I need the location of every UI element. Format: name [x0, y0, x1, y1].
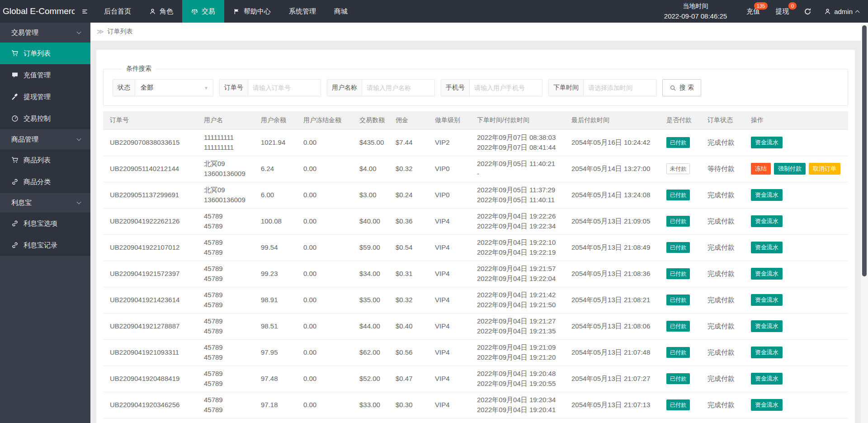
line-2: 45789 [204, 352, 254, 362]
order-time-input[interactable] [584, 80, 656, 96]
action-button-资金流水[interactable]: 资金流水 [751, 320, 783, 332]
line-1: 45789 [204, 290, 254, 300]
scrollbar-thumb[interactable] [862, 25, 867, 276]
sidebar-item-商品列表[interactable]: 商品列表 [0, 149, 90, 171]
action-button-资金流水[interactable]: 资金流水 [751, 373, 783, 385]
notification-badge: 0 [788, 2, 797, 10]
order-no-cell: UB2209041922262126 [103, 208, 200, 234]
line-1: 2022年09月04日 19:22:26 [477, 211, 564, 221]
order-pay-time-cell: 2022年09月04日 19:21:092022年09月04日 19:21:20 [473, 339, 568, 366]
user-cell: 北冥0913600136009 [200, 182, 257, 208]
sidebar-section-商品管理[interactable]: 商品管理 [0, 129, 90, 149]
column-header: 订单状态 [704, 111, 747, 129]
nav-item-帮助中心[interactable]: 帮助中心 [224, 0, 280, 23]
sidebar-item-订单列表[interactable]: 订单列表 [0, 43, 90, 64]
action-button-资金流水[interactable]: 资金流水 [751, 189, 783, 201]
flag-icon [233, 8, 240, 15]
search-button[interactable]: 搜 索 [662, 79, 701, 96]
action-button-资金流水[interactable]: 资金流水 [751, 294, 783, 306]
balance-cell: 98.51 [257, 313, 300, 339]
line-1: 2022年09月04日 19:20:48 [477, 369, 564, 379]
nav-item-后台首页[interactable]: 后台首页 [95, 0, 140, 23]
action-button-强制付款[interactable]: 强制付款 [774, 163, 806, 175]
sidebar-item-利息宝记录[interactable]: 利息宝记录 [0, 234, 90, 256]
column-header: 用户名 [200, 111, 257, 129]
sidebar-item-label: 订单列表 [24, 49, 51, 58]
line-1: 北冥09 [204, 185, 254, 195]
order-no-cell: UB2209041920488419 [103, 366, 200, 392]
vertical-scrollbar[interactable] [861, 23, 868, 423]
admin-menu[interactable]: admin [819, 0, 868, 23]
line-1: 45789 [204, 238, 254, 247]
line-1: 2022年09月04日 19:21:42 [477, 290, 564, 300]
sidebar-menu: 交易管理订单列表充值管理提现管理交易控制商品管理商品列表商品分类利息宝利息宝选项… [0, 23, 90, 256]
action-button-资金流水[interactable]: 资金流水 [751, 399, 783, 411]
nav-item-商城[interactable]: 商城 [325, 0, 357, 23]
action-button-资金流水[interactable]: 资金流水 [751, 215, 783, 227]
quick-link-recharge[interactable]: 充值135 [739, 0, 768, 23]
amount-cell: $44.00 [356, 313, 392, 339]
nav-item-label: 后台首页 [104, 7, 131, 16]
actions-cell: 资金流水 [747, 234, 848, 261]
commission-cell: $0.56 [392, 339, 431, 366]
sidebar-item-提现管理[interactable]: 提现管理 [0, 86, 90, 108]
quick-link-withdraw[interactable]: 提现0 [768, 0, 797, 23]
line-2: 45789 [204, 274, 254, 284]
last-pay-time-cell: 2054年05月13日 21:08:21 [568, 287, 663, 313]
sidebar-item-充值管理[interactable]: 充值管理 [0, 64, 90, 86]
action-button-资金流水[interactable]: 资金流水 [751, 347, 783, 358]
sidebar-toggle-button[interactable] [75, 0, 95, 23]
navbar-right: 当地时间 2022-09-07 08:46:25 充值135提现0 admin [664, 0, 868, 23]
sidebar-item-商品分类[interactable]: 商品分类 [0, 171, 90, 193]
actions-cell: 资金流水 [747, 392, 848, 418]
line-1: 111111111 [204, 133, 254, 143]
line-1: 北冥09 [204, 159, 254, 169]
balance-cell: 6.24 [257, 156, 300, 182]
line-1: 45789 [204, 211, 254, 221]
last-pay-time-cell: 2054年05月13日 21:07:27 [568, 366, 663, 392]
column-header: 订单号 [103, 111, 200, 129]
action-button-资金流水[interactable]: 资金流水 [751, 242, 783, 253]
line-2: 13600136009 [204, 169, 254, 179]
pay-status-badge: 已付款 [666, 347, 690, 358]
status-select[interactable]: 全部 ▼ [135, 80, 213, 96]
sidebar-item-交易控制[interactable]: 交易控制 [0, 108, 90, 129]
action-button-资金流水[interactable]: 资金流水 [751, 268, 783, 280]
column-header: 操作 [747, 111, 848, 129]
sidebar-item-利息宝选项[interactable]: 利息宝选项 [0, 213, 90, 234]
sidebar-section-交易管理[interactable]: 交易管理 [0, 23, 90, 43]
cart-icon [11, 50, 19, 57]
phone-input[interactable] [470, 80, 542, 96]
line-2: 2022年09月07日 08:41:44 [477, 143, 564, 152]
user-cell: 4578945789 [200, 287, 257, 313]
commission-cell: $0.40 [392, 313, 431, 339]
top-navbar: Global E-Commerce... 后台首页角色交易帮助中心系统管理商城 … [0, 0, 868, 23]
action-button-取消订单[interactable]: 取消订单 [809, 163, 840, 175]
search-row: 状态 全部 ▼ 订单号 用户名称 手机号 [113, 79, 839, 96]
user-cell: 4578945789 [200, 234, 257, 261]
column-header: 用户冻结金额 [300, 111, 356, 129]
vip-level-cell: VIP2 [431, 129, 473, 156]
sidebar-section-利息宝[interactable]: 利息宝 [0, 193, 90, 213]
order-no-input[interactable] [248, 80, 321, 96]
balance-cell: 1021.94 [257, 129, 300, 156]
actions-cell: 资金流水 [747, 366, 848, 392]
sidebar-section-label: 交易管理 [11, 29, 38, 37]
nav-item-系统管理[interactable]: 系统管理 [280, 0, 325, 23]
nav-item-交易[interactable]: 交易 [182, 0, 224, 23]
nav-item-角色[interactable]: 角色 [140, 0, 182, 23]
breadcrumb-chevrons-icon: ≫ [97, 28, 104, 36]
cart-icon [11, 157, 19, 164]
line-2: 45789 [204, 326, 254, 336]
refresh-button[interactable] [797, 0, 819, 23]
action-button-冻结[interactable]: 冻结 [751, 163, 771, 175]
gavel-icon [11, 93, 19, 100]
last-pay-time-cell: 2054年05月13日 21:07:13 [568, 392, 663, 418]
line-2: 45789 [204, 221, 254, 231]
table-row: UB2209041921278887457894578998.510.00$44… [103, 313, 848, 339]
user-name-input[interactable] [362, 80, 434, 96]
line-2: 2022年09月05日 11:40:11 [477, 195, 564, 205]
action-button-资金流水[interactable]: 资金流水 [751, 137, 783, 148]
link-icon [11, 178, 19, 185]
line-1: 2022年09月05日 11:37:29 [477, 185, 564, 195]
